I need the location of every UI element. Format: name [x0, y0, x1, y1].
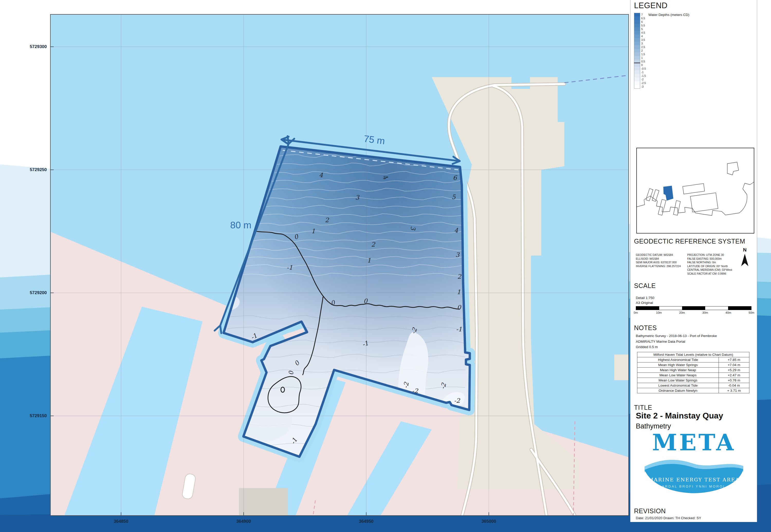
- tidal-row: Ordnance Datum Newlyn+ 3.71 m: [637, 388, 749, 393]
- tidal-row: Lowest Astronomical Tide-0.04 m: [637, 383, 749, 388]
- scale-tick: 10m: [656, 311, 662, 314]
- legend-entry: 4: [634, 34, 646, 38]
- y-axis-label: 5729250: [13, 167, 47, 172]
- contour-label: 3: [355, 194, 359, 201]
- revision-title: REVISION: [634, 507, 666, 515]
- contour-label: -1: [456, 326, 462, 333]
- contour-label: -1: [286, 264, 292, 271]
- legend-entry: 1: [634, 56, 646, 60]
- meta-logo-text: META: [630, 430, 757, 455]
- meta-logo: META MARINE ENERGY TEST AREA ARDAL BROFI…: [630, 430, 757, 496]
- meta-logo-line2: ARDAL BROFI YNNI MOROL: [662, 484, 726, 488]
- building-block: [239, 488, 288, 516]
- contour-label: 2: [325, 217, 329, 224]
- map-title: Site 2 - Mainstay Quay: [636, 411, 723, 421]
- legend-entry: -1.5: [634, 74, 646, 78]
- legend-subtitle: Water Depths (meters CD): [648, 13, 689, 17]
- contour-label: 1: [311, 228, 315, 235]
- legend-entry: 3: [634, 42, 646, 45]
- contour-label: 4: [454, 227, 458, 234]
- y-axis-label: 5729300: [13, 44, 47, 49]
- contour-label: 2: [457, 273, 462, 280]
- legend-entry: 1.5: [634, 52, 646, 56]
- scale-paper: A3 Original: [636, 300, 654, 305]
- y-axis-label: 5729150: [13, 413, 47, 418]
- tidal-levels-table: Milford Haven Tidal Levels (relative to …: [637, 352, 749, 393]
- contour-label: 0: [287, 371, 295, 375]
- y-axis-label: 5729200: [13, 290, 47, 295]
- x-axis-label: 365000: [482, 519, 496, 524]
- contour-label: 1: [457, 288, 461, 296]
- scale-ratio: Detail 1:750: [636, 295, 654, 300]
- contour-label: 2: [371, 241, 375, 248]
- tidal-row: Mean High Water Springs+7.04 m: [637, 362, 749, 368]
- legend-entry: 6.5: [634, 16, 646, 20]
- legend-entry: 6: [634, 20, 646, 24]
- x-axis-label: 364850: [114, 519, 128, 524]
- legend-title: LEGEND: [634, 1, 667, 10]
- contour-label: 0: [457, 304, 461, 311]
- scale-title: SCALE: [634, 282, 656, 290]
- meta-logo-wave: MARINE ENERGY TEST AREA ARDAL BROFI YNNI…: [643, 456, 745, 496]
- geodetic-projection-info: PROJECTION: UTM ZONE 30FALSE EASTING: 50…: [687, 253, 742, 275]
- tidal-row: Mean Low Water Neaps+2.47 m: [637, 373, 749, 378]
- contour-label: 0: [363, 297, 368, 305]
- legend-entry: -1: [634, 70, 646, 74]
- inset-map: [636, 148, 754, 234]
- legend-entry: 0: [634, 63, 646, 67]
- contour-label: -2: [454, 397, 460, 404]
- meta-logo-line1: MARINE ENERGY TEST AREA: [648, 477, 739, 482]
- tidal-table-body: Highest Astronomical Tide+7.85 mMean Hig…: [637, 357, 749, 393]
- legend-colorbar: 76.565.554.543.532.521.510.50-0.5-1-1.5-…: [634, 13, 646, 88]
- tidal-row: Highest Astronomical Tide+7.85 m: [637, 357, 749, 362]
- tidal-row: Mean Low Water Springs+0.76 m: [637, 378, 749, 383]
- scale-tick: 20m: [679, 311, 685, 314]
- inset-site-marker: [663, 186, 673, 201]
- scale-tick: 30m: [702, 311, 708, 314]
- contour-label: 5: [452, 193, 456, 201]
- tidal-table-header: Milford Haven Tidal Levels (relative to …: [637, 352, 749, 357]
- geodetic-datum-info: GEODECTIC DATUM: WGS84ELLISOID: WGS84SEM…: [636, 253, 685, 275]
- north-arrow: N: [740, 247, 750, 267]
- bathymetry-map: 44332211000-1-1-1-2-2-2-2-2-1006543210-1…: [50, 14, 629, 516]
- legend-entry: 0.5: [634, 60, 646, 63]
- scale-tick: 0m: [634, 311, 638, 314]
- legend-entry: -2: [634, 78, 646, 81]
- inset-coastline: [637, 182, 754, 216]
- legend-entry: 2.5: [634, 45, 646, 49]
- legend-entry: -3: [634, 85, 646, 88]
- scale-bar-labels: 0m10m20m30m40m50m: [636, 311, 754, 315]
- map-panel: 44332211000-1-1-1-2-2-2-2-2-1006543210-1…: [50, 14, 629, 516]
- x-axis-label: 364900: [236, 519, 251, 524]
- contour-label: 4: [319, 172, 323, 179]
- revision-line: Date: 21/01/2020 Drawn: TH Checked: SY: [636, 516, 701, 520]
- legend-entry: 7: [634, 13, 646, 16]
- legend-entry: 3.5: [634, 38, 646, 42]
- height-dimension-label: 80 m: [230, 220, 251, 230]
- tidal-row: Mean High Water Neap+5.29 m: [637, 368, 749, 373]
- notes-title: NOTES: [634, 324, 657, 332]
- scale-tick: 40m: [726, 311, 731, 314]
- x-axis-label: 364950: [359, 519, 374, 524]
- north-arrow-icon: [741, 254, 748, 266]
- title-label: TITLE: [634, 404, 652, 411]
- scale-bar: [636, 306, 751, 310]
- north-label: N: [740, 247, 750, 253]
- contour-label: 3: [410, 226, 417, 230]
- sidebar: LEGEND Water Depths (meters CD) 76.565.5…: [630, 0, 757, 522]
- scale-detail: Detail 1:750 A3 Original: [636, 295, 654, 305]
- legend-entry: -0.5: [634, 67, 646, 70]
- contour-label: 3: [456, 251, 460, 258]
- scale-tick: 50m: [749, 311, 754, 314]
- geodetic-title: GEODECTIC REFERENCE SYSTEM: [634, 238, 745, 245]
- contour-label: 1: [367, 257, 371, 264]
- legend-entry: 5.5: [634, 24, 646, 27]
- legend-entry: 4.5: [634, 31, 646, 34]
- notes-lines: Bathymetric Survey - 2018-06-13 - Port o…: [636, 333, 717, 350]
- contour-label: -2: [412, 387, 419, 395]
- legend-entry: 5: [634, 27, 646, 31]
- legend-entry: -2.5: [634, 81, 646, 85]
- legend-entry: 2: [634, 49, 646, 52]
